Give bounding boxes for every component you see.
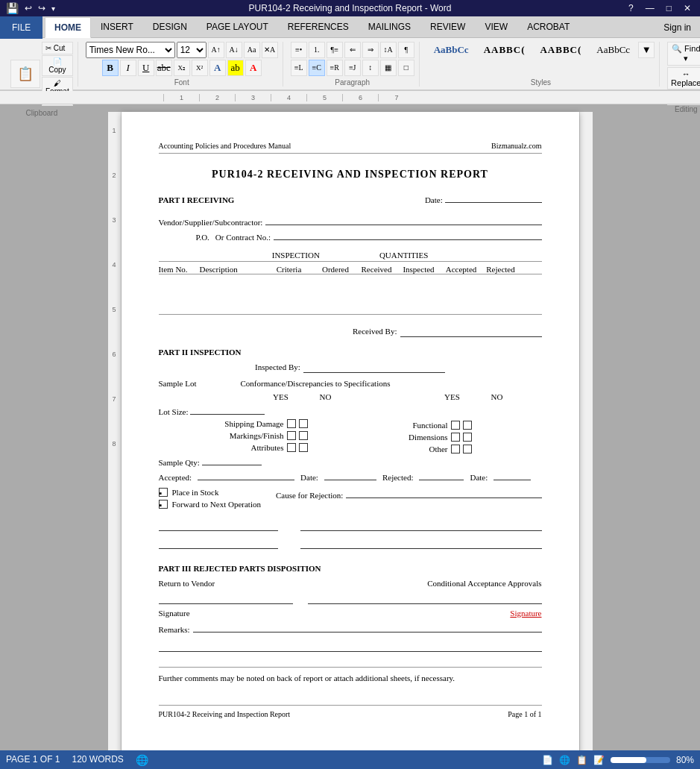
functional-yes-check[interactable] [451,421,460,430]
table-body[interactable] [159,274,542,315]
received-by-section: Received By: [159,327,542,337]
bold-btn[interactable]: B [102,60,119,76]
underline-btn[interactable]: U [138,60,154,76]
styles-group: AaBbCc AABBC( AABBC( AaBbCc ▼ Styles [423,42,660,87]
language-icon[interactable]: 🌐 [136,754,148,766]
file-tab[interactable]: FILE [0,16,42,39]
document-page[interactable]: Accounting Policies and Procedures Manua… [122,112,579,760]
shrink-font-btn[interactable]: A↓ [226,42,242,58]
justify-btn[interactable]: ≡J [344,60,361,76]
highlight-btn[interactable]: ab [227,60,244,76]
italic-btn[interactable]: I [120,60,136,76]
increase-indent-btn[interactable]: ⇒ [362,42,379,58]
subscript-btn[interactable]: X₂ [174,60,190,76]
tab-mailings[interactable]: MAILINGS [359,16,420,37]
font-name-select[interactable]: Times New Ro... [86,42,175,58]
align-left-btn[interactable]: ≡L [291,60,307,76]
tab-page-layout[interactable]: PAGE LAYOUT [197,16,278,37]
tab-view[interactable]: VIEW [475,16,517,37]
margin-num-3: 3 [112,216,116,224]
sign-in-link[interactable]: Sign in [655,18,700,37]
change-case-btn[interactable]: Aa [244,42,260,58]
forward-check[interactable]: ▪ [159,500,168,509]
numbering-btn[interactable]: 1. [309,42,325,58]
shipping-yes-check[interactable] [287,419,296,428]
style-heading2[interactable]: AABBC( [477,42,532,58]
line-spacing-btn[interactable]: ↕ [362,60,379,76]
sort-btn[interactable]: ↕A [380,42,397,58]
accepted-field[interactable] [198,470,294,480]
cause-field[interactable] [346,488,541,498]
style-heading3[interactable]: AABBC( [533,42,588,58]
sig-line-4 [300,539,542,549]
tab-insert[interactable]: INSERT [91,16,143,37]
redo-icon[interactable]: ↪ [38,3,45,13]
shipping-no-check[interactable] [299,419,308,428]
remarks-field[interactable] [193,622,542,633]
view-draft-icon[interactable]: 📝 [593,755,605,765]
contract-field[interactable] [274,230,541,240]
border-btn[interactable]: □ [398,60,414,76]
grow-font-btn[interactable]: A↑ [208,42,224,58]
dimensions-yes-check[interactable] [451,433,460,442]
align-center-btn[interactable]: ≡C [309,60,325,76]
find-btn[interactable]: 🔍 Find ▾ [667,42,700,66]
functional-no-check[interactable] [463,421,472,430]
attributes-yes-check[interactable] [287,443,296,452]
sig-line-3 [159,539,278,549]
tab-home[interactable]: HOME [45,17,91,38]
strikethrough-btn[interactable]: abc [156,60,172,76]
font-color-btn[interactable]: A [245,60,262,76]
multilevel-btn[interactable]: ¶≡ [327,42,343,58]
horizontal-ruler: 1 2 3 4 5 6 7 [0,91,700,104]
close-btn[interactable]: ✕ [681,3,694,13]
rejected-date-field[interactable] [494,470,531,480]
decrease-indent-btn[interactable]: ⇐ [344,42,361,58]
minimize-btn[interactable]: — [643,3,658,13]
style-heading1[interactable]: AaBbCc [427,42,476,58]
paste-btn[interactable]: 📋 [10,60,40,88]
sample-qty-field[interactable] [202,455,262,465]
view-web-icon[interactable]: 🌐 [559,755,570,765]
undo-icon[interactable]: ↩ [25,3,32,13]
copy-btn[interactable]: 📄 Copy [42,55,73,76]
tab-design[interactable]: DESIGN [143,16,197,37]
customize-icon[interactable]: ▾ [51,4,55,13]
style-heading4[interactable]: AaBbCc [590,42,637,58]
inspected-by-field[interactable] [303,362,445,373]
markings-yes-check[interactable] [287,431,296,440]
help-btn[interactable]: ? [625,3,637,13]
other-yes-check[interactable] [451,445,460,453]
superscript-btn[interactable]: X² [192,60,208,76]
rejected-field[interactable] [419,470,464,480]
vendor-field[interactable] [265,215,541,225]
text-effects-btn[interactable]: A [209,60,226,76]
align-right-btn[interactable]: ≡R [327,60,343,76]
bullets-btn[interactable]: ≡• [291,42,307,58]
tab-references[interactable]: REFERENCES [278,16,359,37]
zoom-slider[interactable] [611,757,670,763]
signature-labels-row: Signature Signature [159,609,542,618]
dimensions-no-check[interactable] [463,433,472,442]
maximize-btn[interactable]: □ [663,3,675,13]
quick-save-icon[interactable]: 💾 [6,2,19,14]
replace-btn[interactable]: ↔ Replace [667,67,700,90]
cut-btn[interactable]: ✂ Cut [42,42,73,54]
received-by-field[interactable] [400,327,542,337]
clear-format-btn[interactable]: ✕A [262,42,278,58]
other-no-check[interactable] [463,445,472,453]
tab-acrobat[interactable]: ACROBAT [517,16,579,37]
markings-no-check[interactable] [299,431,308,440]
accepted-date-field[interactable] [324,470,376,480]
font-size-select[interactable]: 12 [177,42,206,58]
place-stock-check[interactable]: ▪ [159,488,168,497]
shading-btn[interactable]: ▦ [380,60,397,76]
tab-review[interactable]: REVIEW [420,16,475,37]
yn-header-row: YES NO YES NO [159,392,542,401]
view-print-icon[interactable]: 📄 [542,755,553,765]
styles-more-btn[interactable]: ▼ [638,42,655,58]
view-outline-icon[interactable]: 📋 [576,755,587,765]
lot-size-field[interactable] [190,404,265,415]
attributes-no-check[interactable] [299,443,308,452]
show-marks-btn[interactable]: ¶ [398,42,414,58]
